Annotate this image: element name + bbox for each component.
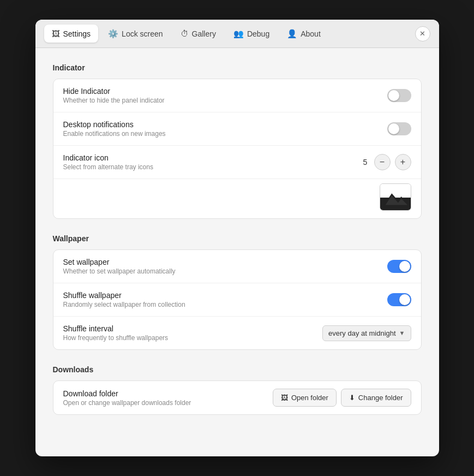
indicator-icon-decrement-button[interactable]: −: [374, 154, 391, 170]
indicator-icon-desc: Select from alternate tray icons: [63, 163, 361, 171]
shuffle-wallpaper-row: Shuffle wallpaper Randomly select wallpa…: [53, 283, 421, 317]
tab-about-label: About: [301, 29, 321, 38]
indicator-icon-stepper: 5 − +: [361, 154, 411, 170]
indicator-icon-preview: [380, 183, 411, 211]
settings-icon: 🖼: [52, 29, 60, 38]
content-area: Indicator Hide Indicator Whether to hide…: [35, 48, 439, 445]
downloads-actions: 🖼 Open folder ⬇ Change folder: [273, 389, 411, 407]
tab-gallery-label: Gallery: [192, 29, 216, 38]
tab-settings-label: Settings: [63, 29, 91, 38]
shuffle-interval-desc: How frequently to shuffle wallpapers: [63, 334, 323, 342]
tab-debug-label: Debug: [247, 29, 269, 38]
shuffle-interval-label: Shuffle interval: [63, 324, 323, 333]
shuffle-wallpaper-toggle-knob: [399, 294, 410, 305]
desktop-notifications-desc: Enable notifications on new images: [63, 130, 387, 138]
shuffle-wallpaper-toggle[interactable]: [387, 293, 411, 306]
open-folder-icon: 🖼: [281, 394, 288, 402]
indicator-card: Hide Indicator Whether to hide the panel…: [53, 79, 422, 219]
tab-gallery[interactable]: ⏱ Gallery: [173, 25, 224, 43]
close-button[interactable]: ✕: [415, 26, 430, 41]
open-folder-button[interactable]: 🖼 Open folder: [273, 389, 337, 407]
gallery-icon: ⏱: [181, 29, 189, 38]
about-icon: 👤: [287, 29, 297, 39]
desktop-notifications-label: Desktop notifications: [63, 120, 387, 129]
set-wallpaper-toggle-knob: [399, 261, 410, 272]
download-folder-desc: Open or change wallpaper downloads folde…: [63, 399, 273, 407]
downloads-card: Download folder Open or change wallpaper…: [53, 380, 422, 415]
change-folder-button[interactable]: ⬇ Change folder: [341, 389, 411, 407]
hide-indicator-toggle-knob: [388, 90, 399, 101]
tab-lock-screen-label: Lock screen: [122, 29, 163, 38]
indicator-section-title: Indicator: [53, 63, 422, 72]
indicator-icon-preview-row: [53, 179, 421, 218]
main-window: 🖼 Settings ⚙️ Lock screen ⏱ Gallery 👥 De…: [35, 20, 439, 456]
icon-preview-svg: [380, 183, 411, 211]
indicator-icon-value: 5: [361, 158, 370, 166]
set-wallpaper-label: Set wallpaper: [63, 258, 387, 266]
shuffle-wallpaper-desc: Randomly select wallpaper from collectio…: [63, 301, 387, 308]
wallpaper-section-title: Wallpaper: [53, 234, 422, 243]
tab-settings[interactable]: 🖼 Settings: [44, 25, 99, 43]
shuffle-interval-row: Shuffle interval How frequently to shuff…: [53, 317, 421, 349]
set-wallpaper-desc: Whether to set wallpaper automatically: [63, 267, 387, 275]
indicator-icon-increment-button[interactable]: +: [395, 154, 411, 170]
chevron-down-icon: ▼: [399, 330, 405, 336]
hide-indicator-label: Hide Indicator: [63, 87, 387, 96]
download-folder-row: Download folder Open or change wallpaper…: [53, 381, 421, 414]
set-wallpaper-row: Set wallpaper Whether to set wallpaper a…: [53, 250, 421, 283]
shuffle-wallpaper-label: Shuffle wallpaper: [63, 291, 387, 300]
shuffle-interval-dropdown[interactable]: every day at midnight ▼: [322, 325, 411, 341]
tab-debug[interactable]: 👥 Debug: [226, 25, 277, 43]
desktop-notifications-row: Desktop notifications Enable notificatio…: [53, 112, 421, 146]
downloads-section-title: Downloads: [53, 365, 422, 374]
wallpaper-card: Set wallpaper Whether to set wallpaper a…: [53, 249, 422, 350]
lock-screen-icon: ⚙️: [108, 29, 118, 39]
tab-lock-screen[interactable]: ⚙️ Lock screen: [100, 25, 170, 43]
set-wallpaper-toggle[interactable]: [387, 260, 411, 273]
indicator-icon-row: Indicator icon Select from alternate tra…: [53, 146, 421, 179]
hide-indicator-toggle[interactable]: [387, 89, 411, 102]
indicator-icon-label: Indicator icon: [63, 153, 361, 162]
hide-indicator-row: Hide Indicator Whether to hide the panel…: [53, 79, 421, 112]
tab-about[interactable]: 👤 About: [279, 25, 328, 43]
desktop-notifications-toggle[interactable]: [387, 122, 411, 135]
shuffle-interval-value: every day at midnight: [328, 329, 396, 337]
download-folder-label: Download folder: [63, 389, 273, 398]
change-folder-icon: ⬇: [349, 394, 355, 402]
hide-indicator-desc: Whether to hide the panel indicator: [63, 97, 387, 104]
desktop-notifications-toggle-knob: [388, 123, 399, 134]
titlebar: 🖼 Settings ⚙️ Lock screen ⏱ Gallery 👥 De…: [35, 20, 439, 48]
debug-icon: 👥: [233, 29, 244, 39]
